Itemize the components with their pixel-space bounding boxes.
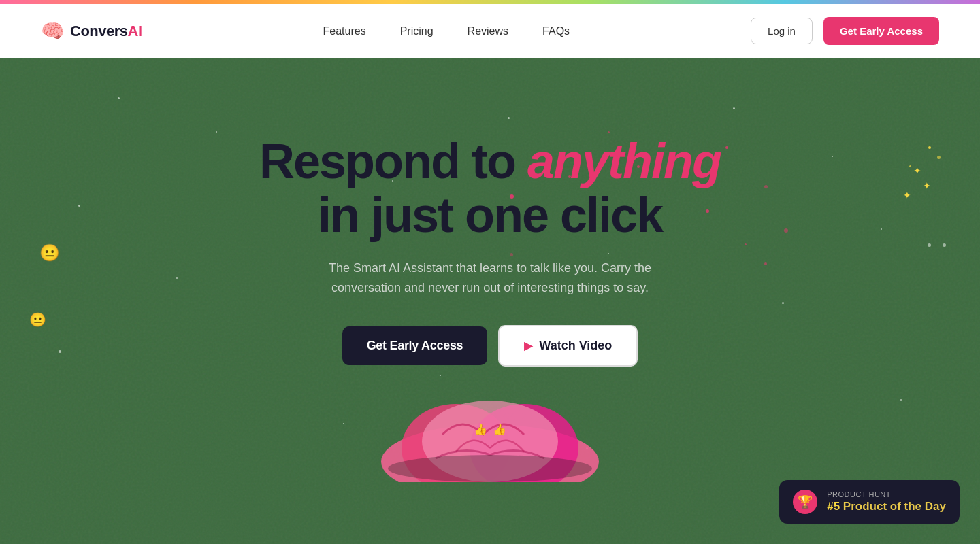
yellow-sparkle-3: ✦ — [903, 190, 911, 201]
deco-dot-6 — [832, 156, 833, 157]
scatter-8 — [764, 262, 767, 265]
deco-dot-5 — [59, 350, 61, 353]
scatter-6 — [784, 228, 788, 233]
nav-link-pricing[interactable]: Pricing — [400, 25, 434, 37]
brain-section — [354, 394, 626, 482]
deco-dot-8 — [881, 228, 882, 230]
hero-title: Respond to anything in just one click — [259, 135, 721, 242]
nav-actions: Log in Get Early Access — [751, 17, 939, 45]
deco-dot-3 — [78, 205, 80, 207]
ph-label: PRODUCT HUNT — [827, 490, 946, 498]
ph-text: PRODUCT HUNT #5 Product of the Day — [827, 490, 946, 513]
play-icon: ▶ — [524, 339, 532, 352]
deco-dot-15 — [440, 375, 441, 376]
ph-badge-num: #5 — [827, 500, 840, 513]
scatter-4 — [745, 243, 747, 245]
early-access-nav-button[interactable]: Get Early Access — [823, 17, 939, 45]
login-button[interactable]: Log in — [751, 18, 813, 44]
deco-dot-17 — [508, 117, 510, 119]
nav-link-reviews[interactable]: Reviews — [468, 25, 508, 37]
hero-buttons: Get Early Access ▶ Watch Video — [259, 325, 721, 367]
ph-icon: 🏆 — [793, 490, 817, 514]
nav-link-features[interactable]: Features — [323, 25, 366, 37]
deco-dot-10 — [900, 399, 902, 401]
navbar: 🧠 ConversAI Features Pricing Reviews FAQ… — [0, 4, 980, 58]
yellow-sparkle-1: ✦ — [913, 165, 921, 176]
scatter-9 — [764, 185, 768, 188]
thumbs-up-2: 👍 — [493, 423, 506, 436]
deco-dot-11 — [343, 423, 344, 424]
nav-links: Features Pricing Reviews FAQs — [323, 25, 570, 37]
deco-dot-18 — [928, 243, 931, 247]
hero-cta-primary[interactable]: Get Early Access — [342, 326, 488, 365]
hero-subtitle: The Smart AI Assistant that learns to ta… — [306, 258, 674, 298]
watch-video-label: Watch Video — [539, 339, 612, 353]
ph-badge: #5 Product of the Day — [827, 500, 946, 513]
product-hunt-badge[interactable]: 🏆 PRODUCT HUNT #5 Product of the Day — [779, 480, 960, 524]
hero-section: ✦ ✦ ✦ 😐 😐 Respond to anything in just on… — [0, 58, 980, 544]
emoji-face-1: 😐 — [39, 243, 60, 262]
deco-dot-1 — [118, 97, 120, 99]
thumbs-up-1: 👍 — [474, 423, 487, 436]
hero-title-part1: Respond to — [259, 134, 527, 188]
deco-dot-7 — [733, 107, 735, 109]
deco-dot-2 — [216, 131, 217, 133]
scatter-yellow-1 — [928, 146, 931, 149]
svg-point-4 — [388, 455, 592, 482]
scatter-yellow-3 — [937, 156, 941, 159]
emoji-face-2: 😐 — [29, 311, 46, 328]
logo[interactable]: 🧠 ConversAI — [41, 20, 142, 42]
scatter-10 — [725, 146, 728, 149]
hero-content: Respond to anything in just one click Th… — [259, 135, 721, 367]
ph-badge-text: Product of the Day — [840, 500, 946, 513]
logo-text: ConversAI — [70, 22, 142, 40]
thumbs-row: 👍 👍 — [474, 423, 506, 436]
hero-cta-secondary[interactable]: ▶ Watch Video — [498, 325, 638, 367]
scatter-13 — [608, 131, 610, 133]
deco-dot-9 — [782, 302, 784, 304]
scatter-yellow-2 — [909, 165, 911, 167]
nav-link-faqs[interactable]: FAQs — [542, 25, 570, 37]
brain-svg — [354, 394, 626, 482]
deco-dot-19 — [943, 243, 946, 247]
yellow-sparkle-2: ✦ — [923, 180, 931, 191]
deco-dot-4 — [176, 277, 178, 279]
logo-icon: 🧠 — [41, 20, 65, 42]
hero-title-part2: in just one click — [318, 188, 662, 242]
hero-title-anything: anything — [527, 135, 721, 188]
